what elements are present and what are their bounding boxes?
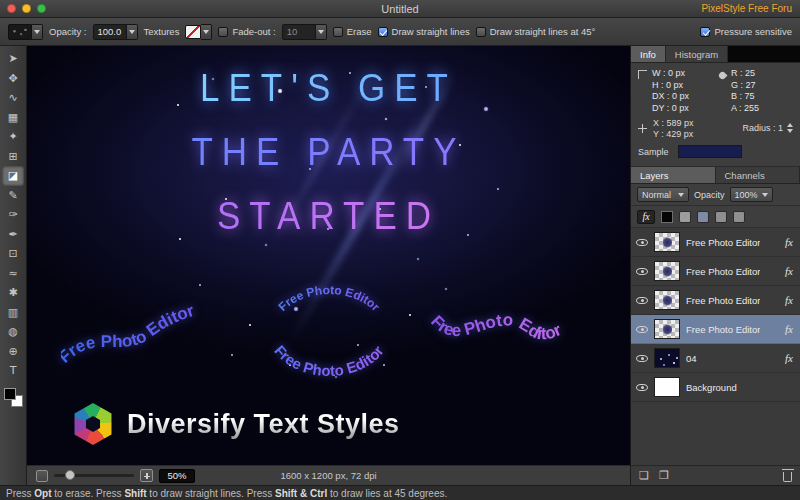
opacity-value[interactable]: 100.0 bbox=[93, 24, 127, 40]
pressure-sensitive-checkbox[interactable] bbox=[700, 27, 710, 37]
tab-layers[interactable]: Layers bbox=[631, 167, 716, 183]
tab-info[interactable]: Info bbox=[631, 46, 666, 62]
tool-effects[interactable]: ✱ bbox=[2, 283, 24, 303]
fadeout-value[interactable]: 10 bbox=[282, 24, 316, 40]
eraser-icon: ◪ bbox=[8, 169, 18, 182]
radius-stepper[interactable] bbox=[787, 123, 793, 133]
warped-text-circle-top: Free Photo Editor bbox=[275, 283, 382, 314]
window-title: Untitled bbox=[0, 3, 800, 15]
layer-visibility-eye-icon[interactable] bbox=[636, 239, 648, 246]
layer-visibility-eye-icon[interactable] bbox=[636, 268, 648, 275]
new-layer-icon[interactable]: ❏ bbox=[639, 469, 649, 482]
tool-smudge[interactable]: ≈ bbox=[2, 264, 24, 284]
tool-pencil[interactable]: ✎ bbox=[2, 186, 24, 206]
right-panel: Info Histogram W : 0 px H : 0 px DX : 0 … bbox=[630, 46, 800, 485]
layer-filter-button-1[interactable] bbox=[679, 211, 691, 223]
tab-channels[interactable]: Channels bbox=[716, 167, 800, 183]
chevron-down-icon bbox=[34, 30, 40, 34]
layer-row[interactable]: 04 fx bbox=[631, 344, 800, 373]
layer-filter-button-3[interactable] bbox=[715, 211, 727, 223]
svg-text:Free Photo Editor: Free Photo Editor bbox=[275, 283, 382, 314]
foreground-background-color-well[interactable] bbox=[4, 388, 23, 407]
layer-list: Free Photo Editor fx Free Photo Editor f… bbox=[631, 228, 800, 465]
erase-checkbox[interactable] bbox=[333, 27, 343, 37]
layer-opacity-label: Opacity bbox=[694, 190, 725, 200]
tool-move[interactable]: ✥ bbox=[2, 69, 24, 89]
layer-row-selected[interactable]: Free Photo Editor fx bbox=[631, 315, 800, 344]
zoom-fit-button[interactable] bbox=[36, 470, 48, 482]
layer-row[interactable]: Free Photo Editor fx bbox=[631, 257, 800, 286]
canvas-surface[interactable]: LET'S GET THE PARTY STARTED Free Photo E… bbox=[27, 46, 630, 465]
layer-visibility-eye-icon[interactable] bbox=[636, 326, 648, 333]
layer-fx-button[interactable]: fx bbox=[637, 210, 655, 224]
layer-filter-button-4[interactable] bbox=[733, 211, 745, 223]
foreground-color-swatch[interactable] bbox=[4, 388, 16, 400]
layer-fx-badge[interactable]: fx bbox=[785, 323, 795, 335]
zoom-in-button[interactable] bbox=[140, 469, 153, 482]
layer-opacity-select[interactable]: 100% bbox=[730, 187, 773, 202]
brush-dropdown-button[interactable] bbox=[32, 24, 43, 40]
layer-visibility-eye-icon[interactable] bbox=[636, 297, 648, 304]
tool-bucket-fill[interactable]: ◍ bbox=[2, 322, 24, 342]
layers-footer: ❏ ❐ bbox=[631, 465, 800, 485]
layer-visibility-eye-icon[interactable] bbox=[636, 355, 648, 362]
info-panel-body: W : 0 px H : 0 px DX : 0 px DY : 0 px R … bbox=[631, 63, 800, 167]
layer-row[interactable]: Free Photo Editor fx bbox=[631, 228, 800, 257]
layer-row[interactable]: Free Photo Editor fx bbox=[631, 286, 800, 315]
minimize-window-button[interactable] bbox=[22, 4, 31, 13]
duplicate-layer-icon[interactable]: ❐ bbox=[659, 469, 669, 482]
tool-clone-stamp[interactable]: ⊡ bbox=[2, 244, 24, 264]
delete-layer-trash-icon[interactable] bbox=[783, 472, 792, 482]
layer-thumbnail bbox=[654, 290, 680, 310]
fadeout-dropdown-button[interactable] bbox=[316, 24, 327, 40]
metric-h: H : 0 px bbox=[652, 80, 714, 90]
svg-text:Free Photo Editor: Free Photo Editor bbox=[61, 301, 197, 367]
texture-swatch[interactable] bbox=[185, 25, 201, 39]
sample-color-swatch[interactable] bbox=[678, 145, 742, 158]
tool-crop[interactable]: ⊞ bbox=[2, 147, 24, 167]
tool-select[interactable]: ➤ bbox=[2, 49, 24, 69]
zoom-level-value[interactable]: 50% bbox=[159, 469, 195, 483]
tool-zoom[interactable]: ⊕ bbox=[2, 342, 24, 362]
layer-row[interactable]: Background bbox=[631, 373, 800, 402]
tool-gradient[interactable]: ▥ bbox=[2, 303, 24, 323]
layer-fx-badge[interactable]: fx bbox=[785, 294, 795, 306]
tool-brush[interactable]: ✑ bbox=[2, 205, 24, 225]
close-window-button[interactable] bbox=[7, 4, 16, 13]
fadeout-checkbox[interactable] bbox=[218, 27, 228, 37]
tool-marquee[interactable]: ▦ bbox=[2, 108, 24, 128]
tool-lasso[interactable]: ∿ bbox=[2, 88, 24, 108]
help-text: Press bbox=[6, 488, 34, 499]
tool-eyedropper[interactable]: ✒ bbox=[2, 225, 24, 245]
tool-magic-wand[interactable]: ✦ bbox=[2, 127, 24, 147]
draw-straight-lines-checkbox[interactable] bbox=[378, 27, 388, 37]
blend-mode-select[interactable]: Normal bbox=[637, 187, 689, 202]
tool-eraser-selected[interactable]: ◪ bbox=[2, 166, 24, 186]
zoom-slider-thumb[interactable] bbox=[65, 470, 75, 480]
layer-fx-badge[interactable]: fx bbox=[785, 236, 795, 248]
chevron-down-icon bbox=[203, 30, 209, 34]
layer-fx-badge[interactable]: fx bbox=[785, 352, 795, 364]
headline-line-2: THE PARTY bbox=[27, 116, 630, 188]
draw-straight-45-checkbox[interactable] bbox=[476, 27, 486, 37]
layer-name: 04 bbox=[686, 353, 697, 364]
tab-histogram[interactable]: Histogram bbox=[666, 46, 728, 62]
cursor-y: Y : 429 px bbox=[653, 129, 694, 139]
layer-name: Background bbox=[686, 382, 737, 393]
layer-fx-badge[interactable]: fx bbox=[785, 265, 795, 277]
zoom-slider[interactable] bbox=[54, 474, 134, 477]
canvas-caption: Diversify Text Styles bbox=[127, 409, 400, 440]
color-metrics: R : 25 G : 27 B : 75 A : 255 bbox=[731, 68, 793, 113]
brush-preview[interactable] bbox=[8, 24, 32, 40]
layer-color-swatch[interactable] bbox=[661, 211, 673, 223]
zoom-window-button[interactable] bbox=[37, 4, 46, 13]
title-bar: Untitled PixelStyle Free Foru bbox=[0, 0, 800, 18]
layer-visibility-eye-icon[interactable] bbox=[636, 384, 648, 391]
tool-text[interactable]: T bbox=[2, 361, 24, 381]
help-text: to erase. Press bbox=[52, 488, 125, 499]
layer-filter-button-2[interactable] bbox=[697, 211, 709, 223]
opacity-dropdown-button[interactable] bbox=[127, 24, 138, 40]
texture-dropdown-button[interactable] bbox=[201, 24, 212, 40]
layer-thumbnail bbox=[654, 232, 680, 252]
layer-name: Free Photo Editor bbox=[686, 324, 760, 335]
